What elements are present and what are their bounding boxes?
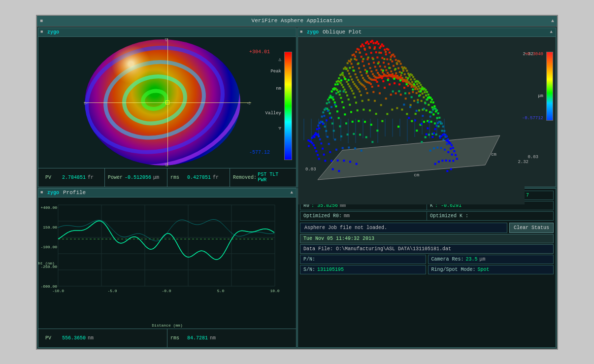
oblique-scale-bottom: -0.57712 — [522, 116, 543, 121]
pn-cell: P/N: — [300, 255, 426, 264]
pn-label: P/N: — [303, 257, 315, 262]
opt-k-cell: Optimized K : — [427, 212, 553, 220]
corner-icon: ■ — [40, 30, 43, 34]
opt-r0-label: Optimized R0: — [303, 213, 342, 219]
opt-r0-unit: mm — [344, 213, 350, 219]
sn-value: 131105195 — [317, 267, 344, 272]
title-bar: ■ VeriFire Asphere Application ▲ — [37, 16, 557, 27]
camera-res-label: Camera Res: — [431, 257, 464, 262]
camera-res-value: 23.5 — [466, 257, 478, 262]
profile-zygo-logo: zygo — [47, 190, 59, 196]
profile-x-axis-label: Distance (mm) — [152, 323, 182, 328]
oblique-plot-area: +0.3040 μm -0.57712 0.03 cm 2.32 cm 2.32… — [298, 37, 556, 187]
sn-label: S/N: — [303, 267, 315, 272]
profile-panel-title: Profile — [63, 190, 86, 196]
scale-peak-label: Peak — [270, 69, 281, 74]
oblique-panel-icon: ▲ — [550, 30, 553, 34]
stat-rms-value: 0.427851 — [187, 175, 211, 180]
stat-removed-value: PST TLT PWR — [258, 172, 289, 183]
status-message: Asphere Job file not loaded. — [300, 223, 507, 233]
profile-y-axis-label: Height (nm) — [38, 261, 55, 265]
arrow-left: ▷ — [85, 100, 88, 106]
app-title: VeriFire Asphere Application — [252, 18, 343, 24]
stat-pv-value: 2.784851 — [62, 175, 86, 180]
stat-pv-unit: fr — [88, 175, 94, 180]
stat-power-value: -0.512056 — [125, 175, 151, 180]
ring-spot-cell: Ring/Spot Mode: Spot — [428, 265, 554, 274]
app-icon: ■ — [40, 18, 43, 24]
oblique-scale-bar — [546, 52, 553, 121]
oblique-x-right: 2.32 — [518, 160, 528, 165]
clear-status-button[interactable]: Clear Status — [509, 223, 554, 233]
camera-res-cell: Camera Res: 23.5 μm — [428, 255, 554, 264]
profile-panel: ■ zygo Profile ▲ Height (nm) Distance (m… — [38, 188, 297, 348]
oblique-x-left: 0.03 — [305, 167, 316, 172]
stat-power-unit: μm — [153, 175, 159, 180]
oblique-panel-title: Oblique Plot — [323, 29, 362, 35]
profile-rms-value: 84.7281 — [187, 335, 208, 341]
opt-r0-k-row: Optimized R0: mm Optimized K : — [300, 211, 554, 221]
sn-ring-row: S/N: 131105195 Ring/Spot Mode: Spot — [300, 265, 554, 274]
profile-stat-rms: rms 84.7281 nm — [167, 329, 292, 347]
profile-title-bar: ■ zygo Profile ▲ — [38, 189, 296, 198]
crosshair-center — [165, 100, 169, 104]
oblique-color-scale: +0.3040 μm -0.57712 — [546, 52, 553, 131]
status-area: Asphere Job file not loaded. Clear Statu… — [300, 223, 554, 233]
stat-rms-unit: fr — [213, 175, 219, 180]
oblique-zygo-logo: zygo — [307, 30, 319, 35]
stat-removed: Removed: PST TLT PWR — [230, 168, 292, 187]
oblique-canvas — [298, 37, 525, 204]
profile-stat-pv: PV 556.3650 nm — [42, 329, 167, 347]
interferogram-stats-bar: PV 2.784851 fr Power -0.512056 μm rms 0.… — [38, 168, 296, 187]
opt-r0-cell: Optimized R0: mm — [300, 212, 427, 220]
stat-power-label: Power — [108, 175, 123, 180]
stat-rms: rms 0.427851 fr — [167, 168, 230, 187]
zones-value: 7 — [526, 193, 529, 198]
scale-peak-value: +304.01 — [249, 49, 270, 55]
scale-arrow-up: △ — [279, 57, 281, 62]
filepath-row: Data File: O:\Manufacturing\ASL DATA\131… — [300, 244, 554, 254]
oblique-panel: ■ zygo Oblique Plot ▲ +0.3040 μm -0.5771… — [297, 28, 556, 187]
oblique-z-right: 2.32 — [523, 52, 533, 57]
pn-camera-row: P/N: Camera Res: 23.5 μm — [300, 255, 554, 264]
scale-unit-label: nm — [276, 86, 281, 91]
oblique-corner-icon: ■ — [300, 30, 302, 34]
profile-pv-value: 556.3650 — [62, 335, 86, 341]
interferogram-container: ▽ ▽ ▷ ◁ +304.01 △ Peak nm Valley ▽ -57 — [38, 37, 296, 168]
arrow-bottom: ▽ — [165, 162, 168, 168]
profile-rms-label: rms — [170, 335, 185, 341]
stat-pv: PV 2.784851 fr — [42, 168, 105, 187]
profile-corner-icon: ■ — [40, 190, 43, 195]
close-button[interactable]: ▲ — [551, 18, 554, 24]
interferogram-zygo-logo: zygo — [47, 30, 59, 35]
oblique-title-bar: ■ zygo Oblique Plot ▲ — [298, 28, 556, 37]
profile-panel-icon: ▲ — [291, 190, 293, 195]
oblique-y-label: cm — [491, 152, 496, 157]
sn-cell: S/N: 131105195 — [300, 265, 426, 274]
oblique-x-axis-label: cm — [414, 173, 419, 178]
scale-valley-label: Valley — [265, 111, 281, 116]
stat-power: Power -0.512056 μm — [105, 168, 167, 187]
opt-k-label: Optimized K : — [430, 213, 468, 219]
app-window: ■ VeriFire Asphere Application ▲ ■ zygo — [36, 15, 558, 350]
camera-res-unit: μm — [480, 257, 486, 262]
ring-spot-value: Spot — [478, 267, 490, 272]
profile-plot-area: Height (nm) Distance (mm) — [38, 198, 296, 329]
oblique-z-bottom: 0.03 — [528, 155, 538, 160]
profile-stats-bar: PV 556.3650 nm rms 84.7281 nm — [38, 329, 296, 347]
arrow-top: ▽ — [165, 37, 168, 43]
profile-rms-unit: nm — [210, 335, 216, 341]
timestamp-row: Tue Nov 05 11:49:32 2013 — [300, 234, 554, 243]
oblique-scale-unit: μm — [538, 94, 543, 99]
scale-arrow-down: ▽ — [279, 126, 281, 131]
main-content: ■ zygo ▽ ▽ ▷ ◁ — [37, 27, 557, 349]
profile-pv-unit: nm — [88, 335, 94, 341]
scale-valley-value: -577.12 — [249, 150, 270, 155]
stat-rms-label: rms — [170, 175, 185, 180]
interferogram-panel: ■ zygo ▽ ▽ ▷ ◁ — [38, 28, 297, 187]
data-panel: Optimizations: Optimization Mode: Zones:… — [297, 188, 556, 348]
stat-pv-label: PV — [45, 175, 60, 180]
profile-canvas — [38, 198, 280, 294]
stat-removed-label: Removed: — [233, 175, 256, 180]
arrow-right: ◁ — [247, 100, 250, 106]
